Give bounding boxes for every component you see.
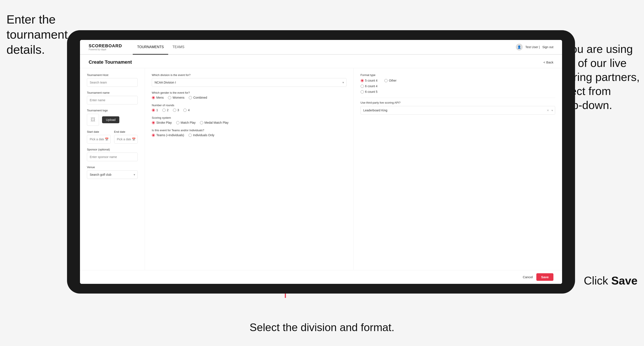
format-row: 5 count 4 6 count 4 6 count 5 bbox=[360, 79, 555, 93]
end-date-wrapper: 📅 bbox=[114, 135, 138, 144]
tablet-screen: SCOREBOARD Powered by clippit TOURNAMENT… bbox=[80, 40, 562, 284]
scoring-medal-match[interactable]: Medal Match Play bbox=[200, 121, 228, 124]
format-6count5[interactable]: 6 count 5 bbox=[360, 90, 378, 93]
rounds-radio-group: 1 2 3 4 bbox=[152, 108, 346, 112]
start-date-input[interactable] bbox=[87, 135, 111, 144]
host-input[interactable] bbox=[87, 78, 138, 87]
live-scoring-clear-icon[interactable]: ✕ bbox=[547, 109, 549, 112]
nav-tournaments[interactable]: TOURNAMENTS bbox=[133, 40, 168, 55]
host-label: Tournament Host bbox=[87, 73, 138, 77]
navbar-nav: TOURNAMENTS TEAMS bbox=[133, 40, 188, 54]
teams-radio-group: Teams (+Individuals) Individuals Only bbox=[152, 133, 346, 137]
end-date-label: End date bbox=[114, 130, 138, 133]
gender-label: Which gender is the event for? bbox=[152, 91, 346, 94]
live-scoring-label: Use third-party live scoring API? bbox=[360, 101, 555, 104]
division-select[interactable]: NCAA Division I bbox=[152, 78, 346, 87]
format-col-right: Other bbox=[384, 79, 396, 82]
rounds-3[interactable]: 3 bbox=[173, 108, 179, 112]
rounds-group: Number of rounds 1 2 bbox=[152, 104, 346, 112]
form-col-3: Format type 5 count 4 6 count 4 bbox=[354, 68, 562, 270]
date-row: Start date 📅 End date 📅 bbox=[87, 130, 138, 144]
start-date-field: Start date 📅 bbox=[87, 130, 111, 144]
scoring-group: Scoring system Stroke Play Match Play bbox=[152, 116, 346, 124]
live-scoring-group: Use third-party live scoring API? ✕ ▾ bbox=[360, 101, 555, 115]
scoring-radio-group: Stroke Play Match Play Medal Match Play bbox=[152, 121, 346, 124]
cancel-button[interactable]: Cancel bbox=[523, 275, 533, 279]
form-col-2: Which division is the event for? NCAA Di… bbox=[145, 68, 354, 270]
name-group: Tournament name bbox=[87, 91, 138, 104]
logo-placeholder: 🖼 bbox=[87, 114, 99, 126]
teams-individuals[interactable]: Individuals Only bbox=[188, 133, 214, 137]
gender-womens[interactable]: Womens bbox=[168, 96, 184, 99]
format-title: Format type bbox=[360, 73, 555, 77]
rounds-label: Number of rounds bbox=[152, 104, 346, 107]
venue-label: Venue bbox=[87, 166, 138, 169]
main-content: Create Tournament < Back Tournament Host… bbox=[80, 55, 562, 284]
annotation-top-left: Enter the tournament details. bbox=[6, 12, 68, 57]
user-name: Test User | bbox=[525, 45, 540, 49]
start-date-wrapper: 📅 bbox=[87, 135, 111, 144]
form-footer: Cancel Save bbox=[80, 270, 562, 284]
scoring-match[interactable]: Match Play bbox=[176, 121, 196, 124]
format-col-left: 5 count 4 6 count 4 6 count 5 bbox=[360, 79, 378, 93]
end-date-field: End date 📅 bbox=[114, 130, 138, 144]
page-title: Create Tournament bbox=[89, 59, 132, 65]
annotation-bottom-center: Select the division and format. bbox=[0, 321, 644, 334]
gender-mens[interactable]: Mens bbox=[152, 96, 164, 99]
navbar: SCOREBOARD Powered by clippit TOURNAMENT… bbox=[80, 40, 562, 55]
start-date-label: Start date bbox=[87, 130, 111, 133]
annotation-bottom-right: Click Save bbox=[584, 274, 638, 288]
upload-button[interactable]: Upload bbox=[102, 116, 119, 123]
format-5count4[interactable]: 5 count 4 bbox=[360, 79, 378, 82]
form-col-1: Tournament Host Tournament name Tourname… bbox=[80, 68, 145, 270]
gender-group: Which gender is the event for? Mens Wome… bbox=[152, 91, 346, 99]
sponsor-input[interactable] bbox=[87, 153, 138, 161]
teams-teams[interactable]: Teams (+Individuals) bbox=[152, 133, 184, 137]
rounds-4[interactable]: 4 bbox=[183, 108, 190, 112]
scoring-label: Scoring system bbox=[152, 116, 346, 119]
logo-upload-area: 🖼 Upload bbox=[87, 114, 138, 126]
gender-combined[interactable]: Combined bbox=[189, 96, 207, 99]
venue-group: Venue Search golf club bbox=[87, 166, 138, 179]
division-group: Which division is the event for? NCAA Di… bbox=[152, 73, 346, 87]
live-scoring-input[interactable] bbox=[360, 106, 555, 115]
navbar-right: 👤 Test User | Sign out bbox=[516, 44, 554, 50]
logo-label: Tournament logo bbox=[87, 109, 138, 112]
format-other[interactable]: Other bbox=[384, 79, 396, 82]
back-link[interactable]: < Back bbox=[544, 60, 554, 64]
page-header: Create Tournament < Back bbox=[80, 55, 562, 68]
nav-teams[interactable]: TEAMS bbox=[168, 40, 189, 55]
host-group: Tournament Host bbox=[87, 73, 138, 87]
gender-radio-group: Mens Womens Combined bbox=[152, 96, 346, 99]
sponsor-label: Sponsor (optional) bbox=[87, 148, 138, 151]
venue-select-wrapper: Search golf club bbox=[87, 170, 138, 179]
scoring-stroke[interactable]: Stroke Play bbox=[152, 121, 172, 124]
division-label: Which division is the event for? bbox=[152, 73, 346, 77]
live-scoring-input-wrap: ✕ ▾ bbox=[360, 106, 555, 115]
logo-title: SCOREBOARD bbox=[89, 43, 122, 48]
save-button[interactable]: Save bbox=[536, 273, 554, 281]
rounds-2[interactable]: 2 bbox=[162, 108, 168, 112]
form-area: Tournament Host Tournament name Tourname… bbox=[80, 68, 562, 270]
venue-select[interactable]: Search golf club bbox=[87, 170, 138, 179]
logo-subtitle: Powered by clippit bbox=[89, 48, 122, 51]
live-scoring-dropdown-icon: ▾ bbox=[552, 109, 553, 112]
name-label: Tournament name bbox=[87, 91, 138, 94]
format-section: Format type 5 count 4 6 count 4 bbox=[360, 73, 555, 93]
sponsor-group: Sponsor (optional) bbox=[87, 148, 138, 161]
format-6count4[interactable]: 6 count 4 bbox=[360, 84, 378, 88]
section-divider bbox=[360, 98, 555, 98]
teams-group: Is this event for Teams and/or Individua… bbox=[152, 129, 346, 137]
rounds-1[interactable]: 1 bbox=[152, 108, 158, 112]
division-select-wrapper: NCAA Division I bbox=[152, 78, 346, 87]
tablet-device: SCOREBOARD Powered by clippit TOURNAMENT… bbox=[67, 30, 575, 294]
name-input[interactable] bbox=[87, 96, 138, 104]
sign-out-link[interactable]: Sign out bbox=[542, 45, 554, 49]
teams-label: Is this event for Teams and/or Individua… bbox=[152, 129, 346, 132]
logo-group: Tournament logo 🖼 Upload bbox=[87, 109, 138, 126]
end-date-input[interactable] bbox=[114, 135, 138, 144]
navbar-logo: SCOREBOARD Powered by clippit bbox=[89, 43, 122, 51]
user-avatar: 👤 bbox=[516, 44, 523, 50]
